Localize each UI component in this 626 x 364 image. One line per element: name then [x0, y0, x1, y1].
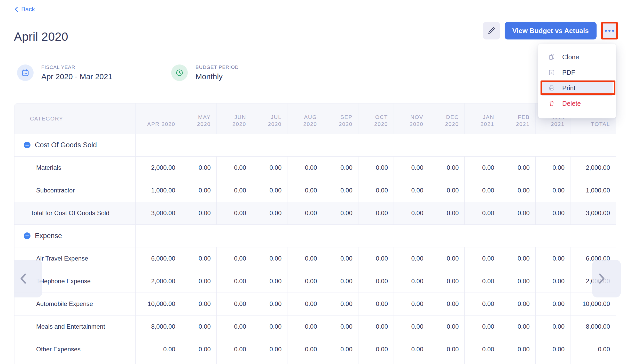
table-row: Materials2,000.000.000.000.000.000.000.0…	[14, 156, 616, 179]
more-options-menu: Clone PDF Print Delete	[538, 44, 616, 118]
table-row: Air Travel Expense6,000.000.000.000.000.…	[14, 247, 616, 270]
value-cell: 0.00	[394, 179, 429, 202]
value-cell: 0.00	[216, 338, 252, 361]
value-cell: 0.00	[500, 202, 535, 224]
value-cell: 8,000.00	[136, 315, 181, 338]
value-cell: 0.00	[465, 270, 500, 293]
menu-item-pdf[interactable]: PDF	[538, 65, 616, 80]
clock-icon	[171, 64, 188, 81]
value-cell: 0.00	[287, 315, 323, 338]
value-cell: 2,000.00	[136, 270, 181, 293]
group-cell: Expense	[24, 232, 135, 240]
value-cell: 0.00	[252, 156, 287, 179]
table-header-row: CATEGORYAPR 2020MAY 2020JUN 2020JUL 2020…	[14, 103, 616, 134]
more-options-button[interactable]	[601, 22, 618, 39]
budget-period-label: BUDGET PERIOD	[195, 64, 239, 70]
value-cell	[358, 361, 394, 364]
value-cell: 0.00	[535, 338, 570, 361]
value-cell: 0.00	[429, 179, 465, 202]
page-title: April 2020	[14, 30, 68, 44]
value-cell	[465, 361, 500, 364]
column-header-month: APR 2020	[136, 103, 181, 134]
menu-item-print[interactable]: Print	[542, 80, 613, 96]
calendar-icon	[17, 64, 34, 81]
value-cell: 0.00	[181, 179, 216, 202]
column-header-month: NOV 2020	[394, 103, 429, 134]
menu-item-delete[interactable]: Delete	[538, 96, 616, 111]
value-cell: 0.00	[181, 315, 216, 338]
group-name: Cost Of Goods Sold	[35, 141, 97, 149]
collapse-icon[interactable]	[24, 232, 30, 239]
value-cell: 0.00	[535, 179, 570, 202]
value-cell: 0.00	[465, 179, 500, 202]
value-cell: 0.00	[465, 293, 500, 315]
value-cell: 0.00	[252, 293, 287, 315]
value-cell	[287, 361, 323, 364]
value-cell: 0.00	[216, 179, 252, 202]
collapse-icon[interactable]	[24, 142, 30, 148]
value-cell: 0.00	[465, 315, 500, 338]
value-cell: 0.00	[323, 156, 358, 179]
value-cell: 0.00	[394, 338, 429, 361]
value-cell: 0.00	[535, 156, 570, 179]
value-cell: 0.00	[570, 338, 616, 361]
value-cell: 0.00	[252, 338, 287, 361]
value-cell: 0.00	[181, 202, 216, 224]
value-cell: 0.00	[465, 202, 500, 224]
clone-icon	[548, 54, 555, 60]
group-span-cell	[136, 134, 616, 156]
column-header-month: DEC 2020	[429, 103, 465, 134]
value-cell: 0.00	[358, 247, 394, 270]
chevron-right-icon	[598, 273, 605, 284]
value-cell: 0.00	[394, 315, 429, 338]
value-cell: 0.00	[323, 270, 358, 293]
delete-icon	[548, 100, 555, 107]
value-cell: 0.00	[252, 202, 287, 224]
value-cell: 0.00	[323, 315, 358, 338]
table-row: Subcontractor1,000.000.000.000.000.000.0…	[14, 179, 616, 202]
section-total-row: Total for Cost Of Goods Sold3,000.000.00…	[14, 202, 616, 224]
budget-period-value: Monthly	[195, 72, 239, 81]
value-cell: 0.00	[216, 293, 252, 315]
value-cell	[136, 361, 181, 364]
value-cell	[500, 361, 535, 364]
column-header-month: MAY 2020	[181, 103, 216, 134]
back-link[interactable]: Back	[14, 6, 35, 13]
value-cell: 0.00	[181, 338, 216, 361]
group-header-row: Cost Of Goods Sold	[14, 134, 616, 156]
category-cell: Materials	[14, 156, 136, 179]
value-cell	[394, 361, 429, 364]
value-cell: 0.00	[500, 338, 535, 361]
value-cell	[570, 361, 616, 364]
column-header-month: JUN 2020	[216, 103, 252, 134]
value-cell: 0.00	[358, 315, 394, 338]
value-cell: 0.00	[535, 202, 570, 224]
value-cell: 0.00	[358, 156, 394, 179]
value-cell: 8,000.00	[570, 315, 616, 338]
print-icon	[548, 85, 555, 91]
value-cell: 0.00	[358, 270, 394, 293]
value-cell: 0.00	[287, 270, 323, 293]
value-cell: 0.00	[429, 247, 465, 270]
value-cell: 0.00	[323, 293, 358, 315]
menu-item-label: PDF	[562, 69, 575, 76]
value-cell: 0.00	[429, 293, 465, 315]
value-cell: 0.00	[358, 202, 394, 224]
value-cell: 0.00	[323, 338, 358, 361]
chevron-left-icon	[14, 6, 19, 12]
value-cell: 0.00	[287, 293, 323, 315]
scroll-right-button[interactable]	[592, 260, 621, 297]
fiscal-year-value: Apr 2020 - Mar 2021	[41, 72, 112, 81]
value-cell: 0.00	[216, 247, 252, 270]
view-budget-vs-actuals-button[interactable]: View Budget vs Actuals	[505, 22, 597, 39]
fiscal-year-block: FISCAL YEAR Apr 2020 - Mar 2021	[17, 64, 112, 81]
scroll-left-button[interactable]	[14, 260, 42, 297]
edit-button[interactable]	[483, 22, 500, 39]
menu-item-clone[interactable]: Clone	[538, 49, 616, 65]
column-header-month: JAN 2021	[465, 103, 500, 134]
value-cell: 0.00	[287, 202, 323, 224]
value-cell: 0.00	[252, 179, 287, 202]
value-cell: 0.00	[287, 247, 323, 270]
value-cell: 0.00	[429, 315, 465, 338]
column-header-month: JUL 2020	[252, 103, 287, 134]
